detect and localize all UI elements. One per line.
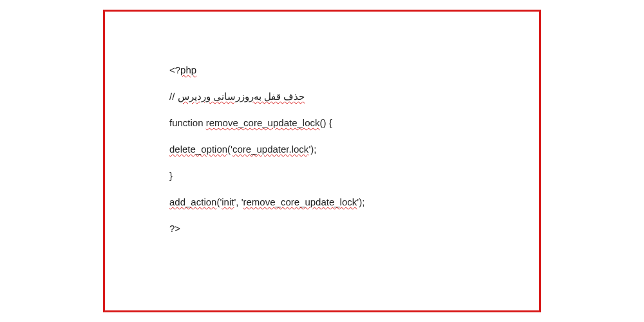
closing-brace: } <box>169 170 173 181</box>
code-line-3: function remove_core_update_lock() { <box>169 116 475 129</box>
code-line-2: // حذف قفل به‌روزرسانی وردپرس <box>169 90 475 103</box>
code-frame: <?php // حذف قفل به‌روزرسانی وردپرس func… <box>103 10 541 312</box>
comma-quote: ', ' <box>234 196 243 207</box>
code-line-7: ?> <box>169 222 475 235</box>
lock-string: core_updater.lock <box>232 144 308 155</box>
code-block: <?php // حذف قفل به‌روزرسانی وردپرس func… <box>169 63 475 235</box>
code-line-5: } <box>169 169 475 182</box>
callback-string: remove_core_update_lock <box>243 196 357 207</box>
close-quote-paren: '); <box>308 144 316 155</box>
function-paren: () { <box>320 117 332 128</box>
add-action-call: add_action <box>169 196 216 207</box>
php-open-prefix: <? <box>169 64 180 75</box>
code-line-4: delete_option('core_updater.lock'); <box>169 142 475 156</box>
function-name: remove_core_update_lock <box>206 117 320 128</box>
close-paren-2: '); <box>357 196 365 207</box>
delete-option-call: delete_option <box>169 144 227 155</box>
php-close: ?> <box>169 223 180 234</box>
function-keyword: function <box>169 117 206 128</box>
code-line-1: <?php <box>169 63 475 77</box>
comment-text: حذف قفل به‌روزرسانی وردپرس <box>178 91 305 102</box>
paren-quote: (' <box>227 144 232 155</box>
comment-slashes: // <box>169 91 178 102</box>
php-keyword: php <box>180 64 196 75</box>
code-line-6: add_action('init', 'remove_core_update_l… <box>169 195 475 209</box>
init-string: init <box>222 196 234 207</box>
